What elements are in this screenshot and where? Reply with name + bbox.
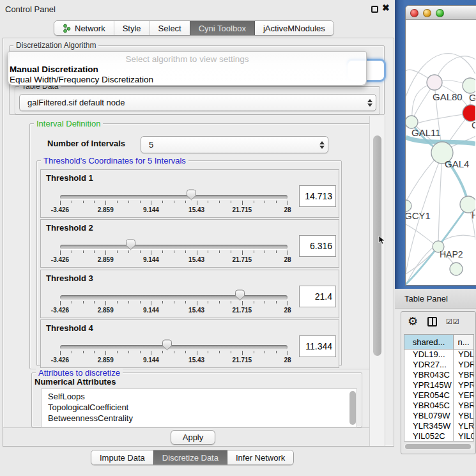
threshold-value-field[interactable]: 21.4 — [299, 286, 336, 307]
table-cell[interactable]: YDL1... — [454, 349, 473, 360]
slider-thumb[interactable] — [162, 339, 173, 353]
attribute-list-item[interactable]: TopologicalCoefficient — [42, 402, 357, 413]
numerical-attributes-list[interactable]: SelfLoopsTopologicalCoefficientBetweenne… — [41, 388, 357, 427]
tick-mark — [208, 301, 208, 303]
table-data-combobox[interactable]: galFiltered.sif default node — [19, 94, 376, 111]
column-header-1[interactable]: shared... — [404, 335, 454, 349]
attribute-list-item[interactable]: SelfLoops — [42, 391, 357, 402]
checkbox-icons[interactable]: ☑☑ — [446, 318, 460, 326]
gear-icon[interactable]: ⚙ — [408, 314, 418, 328]
table-panel: ⚙ ☑☑ shared...n...YDL19...YDL1...YDR27..… — [401, 311, 476, 454]
table-row[interactable]: YBL079WYBL0... — [404, 411, 473, 421]
network-edge[interactable] — [406, 224, 437, 246]
network-node[interactable] — [427, 75, 442, 90]
table-cell[interactable]: YBR0... — [454, 401, 473, 411]
network-window-titlebar[interactable] — [406, 6, 476, 20]
network-node-label: HAP2 — [440, 249, 463, 259]
table-cell[interactable]: YBR0... — [454, 370, 473, 380]
tick-mark — [231, 301, 231, 303]
top-tab-select[interactable]: Select — [150, 21, 190, 35]
slider-track[interactable] — [60, 195, 288, 199]
tick-mark — [60, 250, 61, 255]
bottom-tab-discretize-data[interactable]: Discretize Data — [153, 450, 227, 464]
table-cell[interactable]: YLR345W — [404, 421, 454, 431]
table-cell[interactable]: YDR27... — [404, 360, 454, 370]
split-columns-icon[interactable] — [427, 317, 437, 326]
tick-mark — [197, 250, 197, 255]
table-row[interactable]: YBR043CYBR0... — [404, 370, 473, 380]
table-cell[interactable]: YLR3... — [454, 421, 473, 431]
zoom-traffic-light-icon[interactable] — [436, 9, 444, 17]
table-cell[interactable]: YBL0... — [454, 411, 473, 421]
network-node[interactable] — [406, 116, 418, 128]
bottom-tab-impute-data[interactable]: Impute Data — [91, 450, 153, 464]
slider-thumb[interactable] — [125, 239, 136, 253]
algorithm-option-equal-width[interactable]: Equal Width/Frequency Discretization — [10, 75, 153, 84]
table-cell[interactable]: YIL0... — [454, 431, 473, 441]
tick-mark — [140, 301, 141, 303]
top-tab-label-cyni-toolbox: Cyni Toolbox — [199, 24, 246, 33]
network-edge[interactable] — [438, 154, 442, 245]
network-edge[interactable] — [417, 114, 467, 123]
slider-thumb[interactable] — [186, 189, 197, 203]
column-header-2[interactable]: n... — [454, 335, 473, 349]
bottom-tab-infer-network[interactable]: Infer Network — [227, 450, 293, 464]
algorithm-hint-option[interactable]: Select algorithm to view settings — [8, 54, 366, 64]
slider-track[interactable] — [60, 345, 288, 349]
panel-scrollbar-thumb[interactable] — [373, 135, 381, 356]
tick-label: 15.43 — [188, 206, 204, 213]
tick-label: 21.715 — [233, 357, 252, 364]
list-scrollbar-thumb[interactable] — [349, 391, 356, 425]
top-tab-network[interactable]: Network — [54, 21, 114, 35]
top-tab-style[interactable]: Style — [114, 21, 150, 35]
tick-mark — [72, 250, 72, 253]
tick-mark — [140, 250, 141, 253]
table-cell[interactable]: YPR1... — [454, 380, 473, 390]
threshold-value-field[interactable]: 14.713 — [299, 185, 336, 207]
top-tab-label-jactivemnodules: jActiveMNodules — [263, 24, 325, 33]
slider-thumb[interactable] — [234, 289, 245, 303]
threshold-value-field[interactable]: 6.316 — [299, 235, 336, 257]
table-row[interactable]: YIL052CYIL0... — [404, 431, 473, 441]
table-cell[interactable]: YBR045C — [404, 401, 454, 411]
minimize-traffic-light-icon[interactable] — [423, 9, 431, 17]
table-scrollbar-thumb[interactable] — [405, 444, 471, 449]
close-icon[interactable]: ✖ — [382, 3, 390, 13]
panel-scrollbar[interactable] — [369, 116, 385, 446]
table-horizontal-scrollbar[interactable] — [404, 443, 474, 450]
network-canvas[interactable]: GAL80GACGAL11GAL4GCY1HHAP2 — [406, 20, 475, 285]
table-cell[interactable]: YPR145W — [404, 380, 454, 390]
slider-track[interactable] — [60, 295, 288, 300]
table-row[interactable]: YPR145WYPR1... — [404, 380, 473, 390]
top-tab-label-style: Style — [123, 24, 141, 33]
table-row[interactable]: YER054CYER0... — [404, 390, 473, 401]
table-cell[interactable]: YER0... — [454, 390, 473, 401]
table-cell[interactable]: YDL19... — [404, 349, 454, 360]
close-traffic-light-icon[interactable] — [410, 9, 418, 17]
tick-mark — [265, 201, 265, 203]
slider-track[interactable] — [60, 245, 288, 249]
table-row[interactable]: YDL19...YDL1... — [404, 349, 473, 360]
table-cell[interactable]: YBL079W — [404, 411, 454, 421]
network-edge[interactable] — [406, 155, 439, 202]
table-cell[interactable]: YBR043C — [404, 370, 454, 380]
table-row[interactable]: YDR27...YDR2... — [404, 360, 473, 370]
node-attribute-table[interactable]: shared...n...YDL19...YDL1...YDR27...YDR2… — [404, 334, 474, 441]
table-row[interactable]: YLR345WYLR3... — [404, 421, 473, 431]
table-row[interactable]: YBR045CYBR0... — [404, 401, 473, 411]
table-cell[interactable]: YIL052C — [404, 431, 454, 441]
algorithm-option-manual[interactable]: Manual Discretization — [10, 65, 98, 74]
network-node[interactable] — [450, 263, 463, 275]
apply-button[interactable]: Apply — [171, 430, 215, 445]
number-of-intervals-combobox[interactable]: 5 — [141, 136, 328, 153]
table-cell[interactable]: YER054C — [404, 390, 454, 401]
network-node[interactable] — [463, 78, 475, 93]
tick-mark — [288, 250, 288, 255]
table-cell[interactable]: YDR2... — [454, 360, 473, 370]
attribute-list-item[interactable]: BetweennessCentrality — [42, 413, 357, 424]
tick-label: 2.859 — [98, 206, 114, 213]
top-tab-cyni-toolbox[interactable]: Cyni Toolbox — [190, 21, 254, 35]
top-tab-jactivemnodules[interactable]: jActiveMNodules — [254, 21, 334, 35]
float-window-icon[interactable] — [371, 6, 378, 13]
threshold-value-field[interactable]: 11.344 — [299, 335, 336, 357]
